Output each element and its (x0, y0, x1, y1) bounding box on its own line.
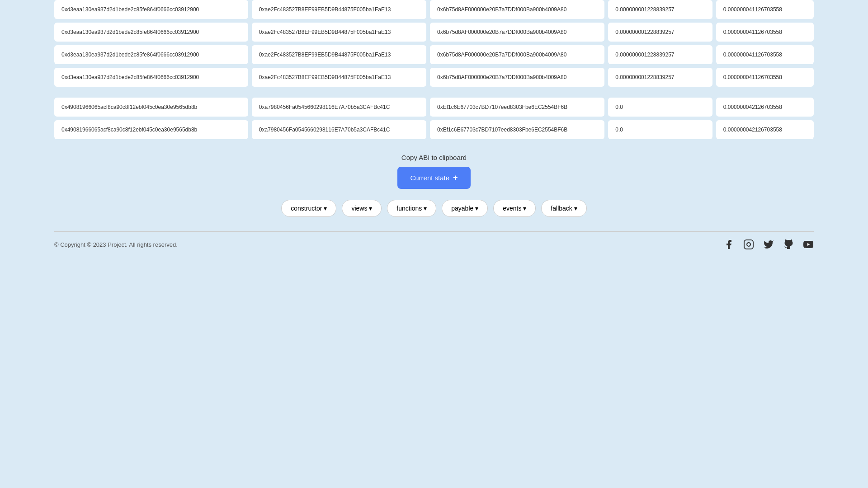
table-row: 0xd3eaa130ea937d2d1bede2c85fe864f0666cc0… (54, 68, 814, 87)
table-cell: 0.000000041126703558 (716, 68, 814, 87)
page-wrapper: 0xd3eaa130ea937d2d1bede2c85fe864f0666cc0… (0, 0, 868, 275)
table-cell: 0xEf1c6E67703c7BD7107eed8303Fbe6EC2554BF… (430, 98, 604, 117)
copy-abi-link[interactable]: Copy ABI to clipboard (401, 154, 467, 161)
table-cell: 0x49081966065acf8ca90c8f12ebf045c0ea30e9… (54, 98, 248, 117)
table-cell: 0.0 (608, 98, 712, 117)
table-cell: 0xae2Fc483527B8EF99EB5D9B44875F005ba1FaE… (252, 0, 426, 19)
table-row: 0x49081966065acf8ca90c8f12ebf045c0ea30e9… (54, 120, 814, 139)
table-row: 0xd3eaa130ea937d2d1bede2c85fe864f0666cc0… (54, 45, 814, 64)
table-cell: 0xd3eaa130ea937d2d1bede2c85fe864f0666cc0… (54, 68, 248, 87)
table-cell: 0xd3eaa130ea937d2d1bede2c85fe864f0666cc0… (54, 0, 248, 19)
table-row: 0xd3eaa130ea937d2d1bede2c85fe864f0666cc0… (54, 0, 814, 19)
current-state-label: Current state (410, 174, 449, 182)
nav-tag-events[interactable]: events ▾ (493, 200, 536, 217)
table-cell: 0xae2Fc483527B8EF99EB5D9B44875F005ba1FaE… (252, 45, 426, 64)
nav-tag-fallback[interactable]: fallback ▾ (541, 200, 586, 217)
table-cell: 0xa7980456Fa0545660298116E7A70b5a3CAFBc4… (252, 120, 426, 139)
nav-tag-constructor[interactable]: constructor ▾ (281, 200, 336, 217)
nav-tags: constructor ▾views ▾functions ▾payable ▾… (54, 200, 814, 217)
facebook-icon[interactable] (723, 239, 734, 250)
current-state-button[interactable]: Current state + (397, 167, 470, 189)
table-cell: 0.000000001228839257 (608, 23, 712, 42)
actions-section: Copy ABI to clipboard Current state + (54, 154, 814, 189)
table-row: 0x49081966065acf8ca90c8f12ebf045c0ea30e9… (54, 98, 814, 117)
table-cell: 0x6b75d8AF000000e20B7a7DDf000Ba900b4009A… (430, 45, 604, 64)
table-cell: 0x6b75d8AF000000e20B7a7DDf000Ba900b4009A… (430, 23, 604, 42)
nav-tag-payable[interactable]: payable ▾ (442, 200, 488, 217)
table-row: 0xd3eaa130ea937d2d1bede2c85fe864f0666cc0… (54, 23, 814, 42)
table-cell: 0.000000041126703558 (716, 23, 814, 42)
data-table: 0xd3eaa130ea937d2d1bede2c85fe864f0666cc0… (54, 0, 814, 143)
youtube-icon[interactable] (803, 239, 814, 250)
table-cell: 0xd3eaa130ea937d2d1bede2c85fe864f0666cc0… (54, 45, 248, 64)
table-cell: 0.000000042126703558 (716, 98, 814, 117)
table-cell: 0xd3eaa130ea937d2d1bede2c85fe864f0666cc0… (54, 23, 248, 42)
table-cell: 0.000000042126703558 (716, 120, 814, 139)
twitter-icon[interactable] (763, 239, 774, 250)
table-cell: 0.000000041126703558 (716, 45, 814, 64)
instagram-icon[interactable] (743, 239, 754, 250)
table-cell: 0.0 (608, 120, 712, 139)
nav-tag-functions[interactable]: functions ▾ (387, 200, 436, 217)
table-cell: 0.000000001228839257 (608, 45, 712, 64)
svg-rect-0 (744, 240, 753, 249)
footer-copyright: © Copyright © 2023 Project. All rights r… (54, 241, 178, 248)
footer-icons (723, 239, 814, 250)
footer: © Copyright © 2023 Project. All rights r… (54, 231, 814, 257)
table-cell: 0.000000041126703558 (716, 0, 814, 19)
table-cell: 0xae2Fc483527B8EF99EB5D9B44875F005ba1FaE… (252, 68, 426, 87)
table-cell: 0x6b75d8AF000000e20B7a7DDf000Ba900b4009A… (430, 0, 604, 19)
table-cell: 0.000000001228839257 (608, 68, 712, 87)
table-cell: 0x6b75d8AF000000e20B7a7DDf000Ba900b4009A… (430, 68, 604, 87)
github-icon[interactable] (783, 239, 794, 250)
table-cell: 0xEf1c6E67703c7BD7107eed8303Fbe6EC2554BF… (430, 120, 604, 139)
nav-tag-views[interactable]: views ▾ (342, 200, 382, 217)
table-cell: 0xae2Fc483527B8EF99EB5D9B44875F005ba1FaE… (252, 23, 426, 42)
plus-icon: + (453, 173, 458, 183)
table-cell: 0.000000001228839257 (608, 0, 712, 19)
table-cell: 0x49081966065acf8ca90c8f12ebf045c0ea30e9… (54, 120, 248, 139)
table-cell: 0xa7980456Fa0545660298116E7A70b5a3CAFBc4… (252, 98, 426, 117)
